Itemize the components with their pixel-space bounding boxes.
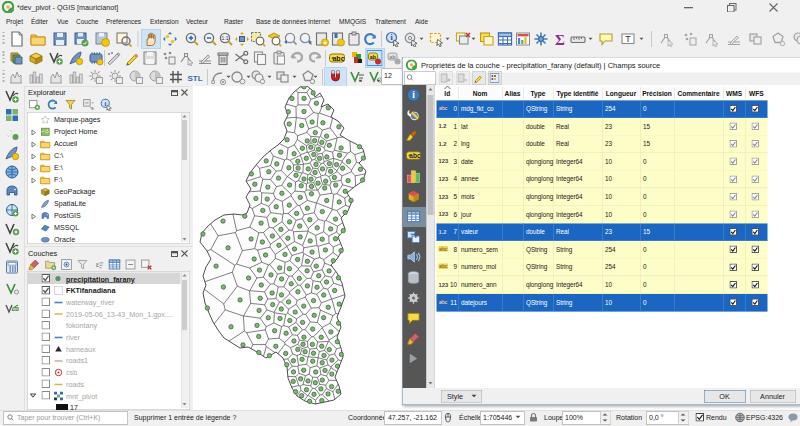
svg-text:Σ: Σ — [555, 32, 565, 48]
svg-text:1:1: 1:1 — [222, 35, 229, 41]
svg-text:STL: STL — [187, 74, 202, 83]
svg-text:ab: ab — [389, 54, 396, 60]
svg-text:i: i — [412, 90, 415, 100]
svg-text:abc: abc — [409, 152, 421, 159]
svg-text:abc: abc — [332, 55, 344, 62]
svg-text:T: T — [625, 34, 631, 44]
svg-text:ab: ab — [370, 54, 377, 60]
svg-text:ε: ε — [96, 260, 99, 269]
svg-text:eps: eps — [13, 307, 19, 311]
svg-text:i: i — [104, 100, 106, 107]
